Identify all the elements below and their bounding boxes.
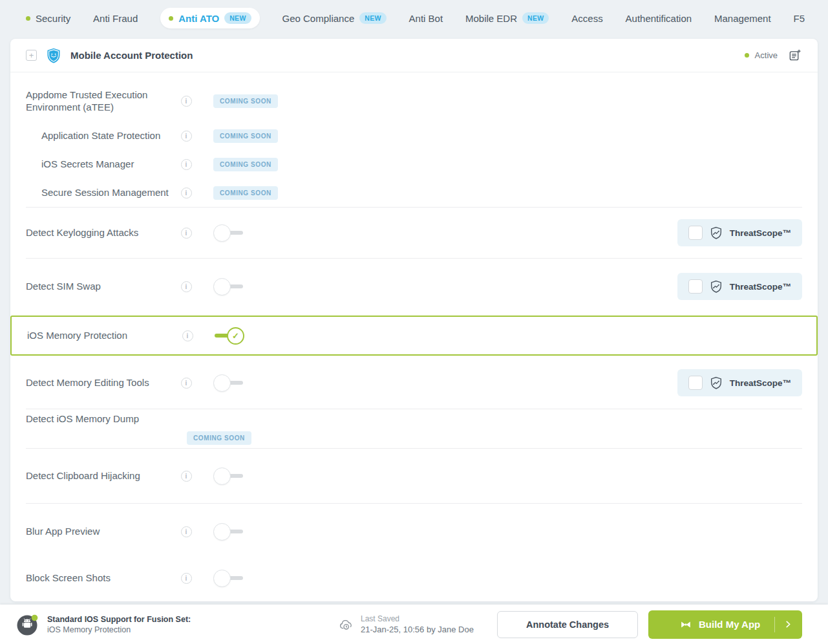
feature-row-detect-keylogging-attacks: Detect Keylogging Attacksi ThreatScope™ (10, 208, 818, 258)
build-button-separator (774, 617, 775, 632)
nav-item-geo-compliance[interactable]: Geo ComplianceNEW (282, 12, 387, 24)
feature-row-ios-memory-protection: iOS Memory Protectioni✓ (10, 316, 818, 356)
info-icon[interactable]: i (181, 188, 192, 199)
active-dot (169, 16, 173, 21)
feature-row-detect-ios-memory-dump: Detect iOS Memory DumpCOMING SOON (10, 409, 818, 448)
nav-item-access[interactable]: Access (571, 13, 602, 24)
toggle-track (229, 474, 243, 478)
toggle-knob[interactable] (213, 278, 231, 295)
toggle-knob[interactable] (213, 224, 231, 242)
toggle-track (229, 530, 243, 533)
feature-toggle-off[interactable] (213, 467, 243, 485)
threatscope-label: ThreatScope™ (730, 228, 791, 238)
feature-label: Detect Memory Editing Tools (26, 376, 178, 389)
fusion-set-label: Standard IOS Support for Fusion Set: (47, 615, 191, 624)
nav-item-anti-fraud[interactable]: Anti Fraud (93, 13, 138, 24)
coming-soon-badge: COMING SOON (213, 129, 278, 143)
threatscope-checkbox[interactable] (688, 279, 703, 294)
threatscope-checkbox[interactable] (688, 226, 703, 240)
threatscope-checkbox[interactable] (688, 376, 703, 390)
main-area: + Mobile Account Protection Active (0, 36, 828, 601)
nav-item-label: Anti Bot (409, 13, 443, 24)
nav-item-security[interactable]: Security (26, 13, 70, 24)
feature-label: Detect iOS Memory Dump (26, 413, 178, 425)
fusion-set-info: Standard IOS Support for Fusion Set: iOS… (16, 612, 339, 637)
toggle-knob[interactable] (213, 467, 231, 485)
active-status-dot (745, 53, 749, 58)
build-footer: Standard IOS Support for Fusion Set: iOS… (0, 605, 828, 644)
active-dot (26, 16, 30, 21)
shield-face-icon (45, 47, 62, 64)
nav-item-authentification[interactable]: Authentification (626, 13, 692, 24)
toggle-knob[interactable] (213, 570, 231, 587)
expand-button[interactable]: + (26, 50, 37, 61)
nav-item-label: Management (714, 13, 771, 24)
info-icon[interactable]: i (181, 378, 192, 389)
info-icon[interactable]: i (181, 228, 192, 239)
top-navigation: SecurityAnti FraudAnti ATONEWGeo Complia… (0, 0, 828, 36)
new-badge: NEW (359, 12, 386, 24)
feature-row-secure-session-management: Secure Session ManagementiCOMING SOON (10, 178, 818, 207)
fusion-set-value: iOS Memory Protection (47, 625, 191, 634)
chevron-right-icon[interactable] (783, 619, 793, 629)
toggle-knob-check[interactable]: ✓ (227, 327, 244, 345)
nav-item-management[interactable]: Management (714, 13, 771, 24)
info-icon[interactable]: i (181, 573, 192, 584)
add-note-icon[interactable] (789, 49, 801, 61)
feature-toggle-off[interactable] (213, 278, 243, 295)
threatscope-label: ThreatScope™ (730, 282, 791, 292)
status-badge: Active (755, 50, 778, 60)
nav-item-label: Anti ATO (178, 13, 219, 24)
feature-label: Block Screen Shots (26, 572, 178, 585)
toggle-knob[interactable] (213, 523, 231, 541)
last-saved-value: 21-Jan-25, 10:56 by Jane Doe (361, 625, 474, 634)
nav-item-label: Authentification (626, 13, 692, 24)
nav-item-anti-ato[interactable]: Anti ATONEW (160, 8, 259, 28)
nav-item-anti-bot[interactable]: Anti Bot (409, 13, 443, 24)
feature-label: Detect Keylogging Attacks (26, 226, 178, 239)
feature-toggle-on[interactable]: ✓ (215, 327, 244, 345)
threatscope-shield-icon (710, 376, 723, 389)
appdome-android-logo (16, 612, 40, 637)
toggle-track (229, 381, 243, 385)
build-my-app-button[interactable]: Build My App (648, 610, 802, 639)
nav-item-mobile-edr[interactable]: Mobile EDRNEW (465, 12, 549, 24)
info-icon[interactable]: i (181, 471, 192, 482)
feature-list: Appdome Trusted Execution Environment (a… (10, 72, 818, 601)
feature-toggle-off[interactable] (213, 523, 243, 541)
coming-soon-badge: COMING SOON (213, 94, 278, 108)
nav-item-label: Access (571, 13, 602, 24)
threatscope-shield-icon (710, 280, 723, 293)
info-icon[interactable]: i (182, 330, 193, 341)
threatscope-button[interactable]: ThreatScope™ (677, 273, 802, 300)
cloud-history-icon (339, 617, 354, 632)
nav-item-label: Anti Fraud (93, 13, 138, 24)
threatscope-button[interactable]: ThreatScope™ (677, 219, 802, 246)
info-icon[interactable]: i (181, 281, 192, 292)
last-saved-info: Last Saved 21-Jan-25, 10:56 by Jane Doe (339, 614, 497, 634)
feature-toggle-off[interactable] (213, 374, 243, 392)
mobile-account-protection-panel: + Mobile Account Protection Active (10, 39, 818, 601)
threatscope-button[interactable]: ThreatScope™ (677, 369, 802, 396)
info-icon[interactable]: i (181, 526, 192, 537)
feature-toggle-off[interactable] (213, 224, 243, 242)
nav-item-label: F5 (793, 13, 805, 24)
annotate-changes-button[interactable]: Annotate Changes (497, 611, 638, 638)
feature-label: Detect SIM Swap (26, 280, 178, 293)
threatscope-shield-icon (710, 226, 723, 239)
build-button-label: Build My App (699, 619, 760, 630)
last-saved-label: Last Saved (361, 614, 474, 623)
feature-label: Appdome Trusted Execution Environment (a… (26, 89, 178, 114)
info-icon[interactable]: i (181, 131, 192, 142)
nav-item-f5[interactable]: F5 (793, 13, 805, 24)
feature-row-block-screen-shots: Block Screen Shotsi (10, 559, 818, 597)
feature-toggle-off[interactable] (213, 570, 243, 587)
toggle-track (229, 231, 243, 235)
coming-soon-badge: COMING SOON (213, 186, 278, 200)
toggle-knob[interactable] (213, 374, 231, 392)
new-badge: NEW (522, 12, 549, 24)
info-icon[interactable]: i (181, 96, 192, 107)
info-icon[interactable]: i (181, 159, 192, 170)
nav-item-label: Security (36, 13, 70, 24)
feature-label: iOS Memory Protection (27, 329, 180, 342)
